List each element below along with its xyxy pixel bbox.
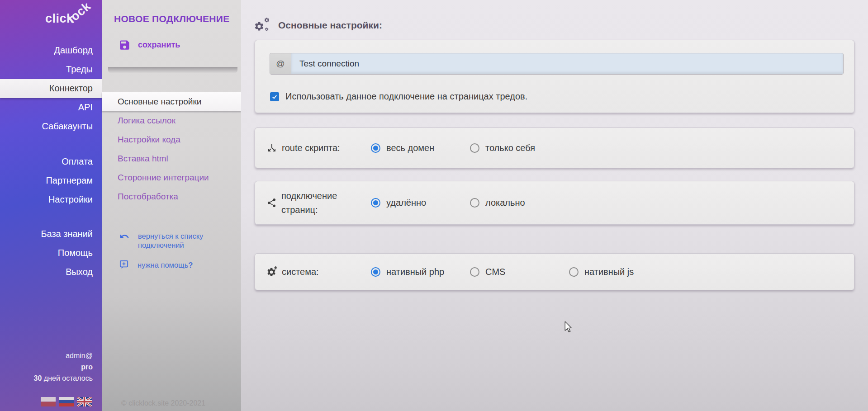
uk-flag[interactable] — [77, 397, 92, 406]
account-days-left: 30 дней осталось — [34, 373, 93, 384]
back-to-list-link[interactable]: вернуться к списку подключений — [119, 231, 203, 250]
connection-name-input[interactable] — [291, 53, 843, 74]
system-setting-row: система: нативный php CMS нативный js — [255, 254, 854, 290]
at-sign-addon: @ — [270, 53, 291, 74]
back-to-list-label: вернуться к списку подключений — [138, 231, 203, 250]
system-options: нативный php CMS нативный js — [371, 267, 668, 277]
sidebar-item-threads[interactable]: Треды — [0, 60, 102, 79]
account-info: admin@ pro 30 дней осталось — [34, 350, 93, 384]
use-on-threads-row: Использовать данное подключение на стран… — [270, 91, 527, 102]
menu-item-basic-settings[interactable]: Основные настройки — [102, 92, 241, 111]
add-comment-icon — [119, 260, 129, 270]
gear-plus-icon — [266, 266, 277, 277]
sidebar-nav: Дашборд Треды Коннектор API Сабакаунты О… — [0, 41, 102, 282]
route-setting-label: route скрипта: — [266, 141, 371, 155]
gears-icon — [254, 17, 271, 33]
use-on-threads-checkbox[interactable] — [270, 92, 279, 101]
menu-item-link-logic[interactable]: Логика ссылок — [102, 111, 241, 130]
section-title: Основные настройки: — [278, 20, 382, 31]
connection-name-card: @ Использовать данное подключение на стр… — [255, 40, 854, 113]
connection-settings-menu: Основные настройки Логика ссылок Настрой… — [102, 92, 241, 206]
menu-item-html-insert[interactable]: Вставка html — [102, 149, 241, 168]
save-button[interactable]: сохранить — [119, 39, 180, 51]
option-local[interactable]: локально — [470, 198, 569, 208]
account-plan: pro — [34, 361, 93, 373]
sidebar-item-api[interactable]: API — [0, 98, 102, 117]
russia-flag[interactable] — [59, 397, 74, 406]
section-header: Основные настройки: — [254, 17, 382, 33]
copyright-text: © clicklock.site 2020-2021 — [121, 399, 205, 407]
sidebar-item-logout[interactable]: Выход — [0, 263, 102, 282]
radio-remote[interactable] — [371, 198, 380, 208]
app-window: click lock Дашборд Треды Коннектор API С… — [0, 0, 868, 411]
option-native-php[interactable]: нативный php — [371, 267, 470, 277]
route-split-icon — [266, 142, 277, 153]
poland-flag[interactable] — [41, 397, 56, 406]
option-whole-domain[interactable]: весь домен — [371, 143, 470, 153]
sidebar-item-subaccounts[interactable]: Сабакаунты — [0, 117, 102, 136]
route-options: весь домен только себя — [371, 143, 569, 153]
radio-only-self[interactable] — [470, 143, 479, 153]
sidebar-item-dashboard[interactable]: Дашборд — [0, 41, 102, 60]
account-email: admin@ — [34, 350, 93, 361]
use-on-threads-label[interactable]: Использовать данное подключение на стран… — [285, 91, 527, 102]
option-native-js[interactable]: нативный js — [569, 267, 668, 277]
pages-connection-row: подключение страниц: удалённо локально — [255, 181, 854, 224]
nav-spacer — [0, 136, 102, 152]
panel-header-shadow — [108, 67, 237, 73]
pages-connection-options: удалённо локально — [371, 198, 569, 208]
connection-panel: НОВОЕ ПОДКЛЮЧЕНИЕ сохранить Основные нас… — [102, 0, 241, 411]
save-button-label: сохранить — [138, 40, 180, 50]
radio-native-js[interactable] — [569, 267, 579, 277]
sidebar: click lock Дашборд Треды Коннектор API С… — [0, 0, 102, 411]
sidebar-item-knowledge-base[interactable]: База знаний — [0, 225, 102, 244]
menu-item-postprocessing[interactable]: Постобработка — [102, 187, 241, 206]
save-icon — [119, 39, 131, 51]
option-only-self[interactable]: только себя — [470, 143, 569, 153]
system-setting-label: система: — [266, 265, 371, 279]
language-switcher — [41, 397, 92, 406]
clicklock-logo: click lock — [0, 0, 102, 36]
panel-title: НОВОЕ ПОДКЛЮЧЕНИЕ — [114, 14, 230, 24]
need-help-link[interactable]: нужна помощь? — [119, 260, 193, 270]
pages-connection-card: подключение страниц: удалённо локально — [255, 181, 854, 225]
route-setting-card: route скрипта: весь домен только себя — [255, 128, 854, 168]
sidebar-item-partners[interactable]: Партнерам — [0, 171, 102, 190]
route-setting-row: route скрипта: весь домен только себя — [255, 128, 854, 168]
main-content: Основные настройки: @ Использовать данно… — [241, 0, 868, 411]
need-help-label: нужна помощь? — [138, 260, 193, 269]
sidebar-item-help[interactable]: Помощь — [0, 244, 102, 263]
sidebar-item-settings[interactable]: Настройки — [0, 190, 102, 209]
radio-cms[interactable] — [470, 267, 479, 277]
menu-item-code-settings[interactable]: Настройки кода — [102, 130, 241, 149]
option-remote[interactable]: удалённо — [371, 198, 470, 208]
undo-arrow-icon — [119, 231, 130, 241]
share-icon — [266, 198, 277, 208]
mouse-cursor — [564, 321, 573, 333]
radio-local[interactable] — [470, 198, 479, 208]
radio-whole-domain[interactable] — [371, 143, 380, 153]
menu-item-integrations[interactable]: Сторонние интеграции — [102, 168, 241, 187]
option-cms[interactable]: CMS — [470, 267, 569, 277]
sidebar-item-connector[interactable]: Коннектор — [0, 79, 102, 98]
radio-native-php[interactable] — [371, 267, 380, 277]
system-setting-card: система: нативный php CMS нативный js — [255, 253, 854, 290]
nav-spacer — [0, 209, 102, 225]
connection-name-input-group: @ — [270, 53, 844, 75]
sidebar-item-payment[interactable]: Оплата — [0, 152, 102, 171]
check-icon — [271, 94, 278, 100]
pages-connection-label: подключение страниц: — [266, 189, 371, 217]
